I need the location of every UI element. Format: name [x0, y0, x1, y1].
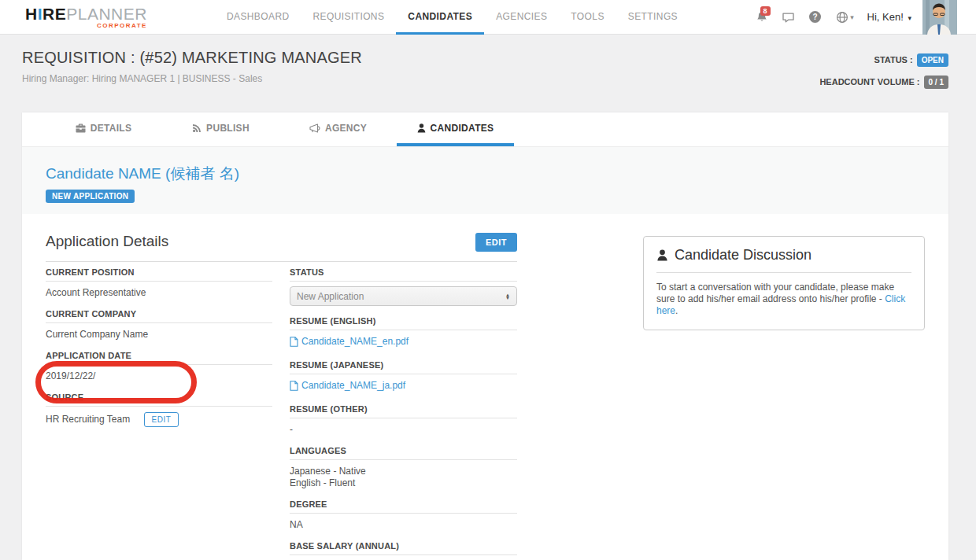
requisition-subtitle: Hiring Manager: Hiring MANAGER 1 | BUSIN…: [22, 73, 362, 84]
new-application-badge: NEW APPLICATION: [46, 190, 135, 203]
nav-item-dashboard[interactable]: DASHBOARD: [215, 0, 301, 35]
nav-item-requisitions[interactable]: REQUISITIONS: [301, 0, 397, 35]
requisition-title-block: REQUISITION : (#52) MARKETING MANAGER Hi…: [22, 49, 362, 112]
pdf-file-icon: [290, 381, 298, 391]
briefcase-icon: [76, 123, 86, 133]
requisition-status-block: STATUS :OPEN HEADCOUNT VOLUME :0 / 1: [819, 49, 948, 112]
application-details-title: Application Details: [46, 233, 168, 250]
field-label: CURRENT COMPANY: [46, 309, 272, 323]
source-field: SOURCE HR Recruiting Team EDIT: [46, 392, 272, 427]
field-label: RESUME (ENGLISH): [290, 316, 517, 330]
user-avatar[interactable]: [922, 0, 957, 35]
base-salary-field: BASE SALARY (ANNUAL) ¥5,000,000: [290, 541, 517, 560]
pdf-file-icon: [290, 337, 298, 347]
current-company-field: CURRENT COMPANY Current Company Name: [46, 309, 272, 341]
resume-english-link[interactable]: Candidate_NAME_en.pdf: [290, 336, 409, 348]
nav-item-tools[interactable]: TOOLS: [559, 0, 616, 35]
edit-source-button[interactable]: EDIT: [144, 412, 179, 427]
tab-candidates[interactable]: CANDIDATES: [397, 112, 514, 146]
resume-other-field: RESUME (OTHER) -: [290, 404, 517, 436]
navbar-right-controls: 8 ? ▾ Hi, Ken! ▾: [754, 0, 976, 35]
megaphone-icon: [309, 123, 320, 133]
resume-english-field: RESUME (ENGLISH) Candidate_NAME_en.pdf: [290, 316, 517, 350]
hireplanner-logo[interactable]: HIREPLANNER CORPORATE: [25, 6, 147, 29]
status-select[interactable]: New Application ▲▼: [290, 286, 517, 306]
logo-corporate-label: CORPORATE: [25, 23, 147, 29]
messages-chat-icon[interactable]: [781, 9, 797, 25]
status-field: STATUS New Application ▲▼: [290, 267, 517, 306]
field-label: RESUME (OTHER): [290, 404, 517, 418]
main-navigation: DASHBOARD REQUISITIONS CANDIDATES AGENCI…: [215, 0, 689, 35]
field-label: SOURCE: [46, 392, 272, 407]
field-label: LANGUAGES: [290, 446, 517, 460]
resume-japanese-field: RESUME (JAPANESE) Candidate_NAME_ja.pdf: [290, 360, 517, 394]
field-label: CURRENT POSITION: [46, 267, 272, 282]
field-value: Account Representative: [46, 282, 272, 299]
rss-icon: [192, 123, 201, 133]
current-position-field: CURRENT POSITION Account Representative: [46, 267, 272, 299]
details-middle-column: STATUS New Application ▲▼ RESUME (ENGLIS…: [290, 267, 517, 560]
requisition-card: DETAILS PUBLISH AGENCY CANDIDATES Candid: [22, 112, 948, 560]
status-line: STATUS :OPEN: [819, 52, 948, 67]
field-value: -: [290, 418, 517, 436]
languages-field: LANGUAGES Japanese - Native English - Fl…: [290, 446, 517, 489]
candidate-discussion-card: Candidate Discussion To start a conversa…: [643, 236, 925, 330]
logo-wordmark: HIREPLANNER: [25, 6, 147, 22]
field-label: APPLICATION DATE: [46, 351, 272, 365]
user-greeting: Hi, Ken!: [867, 11, 904, 23]
field-label: STATUS: [290, 267, 517, 282]
field-value: HR Recruiting Team EDIT: [46, 407, 272, 427]
language-line: English - Fluent: [290, 477, 517, 489]
language-line: Japanese - Native: [290, 466, 517, 477]
edit-application-button[interactable]: EDIT: [475, 233, 517, 252]
top-navbar: HIREPLANNER CORPORATE DASHBOARD REQUISIT…: [0, 0, 976, 35]
requisition-tabs: DETAILS PUBLISH AGENCY CANDIDATES: [22, 112, 948, 147]
tab-publish[interactable]: PUBLISH: [162, 112, 279, 146]
resume-japanese-link[interactable]: Candidate_NAME_ja.pdf: [290, 380, 405, 392]
candidate-header: Candidate NAME (候補者 名) NEW APPLICATION: [22, 147, 948, 214]
person-icon: [656, 249, 668, 261]
candidate-discussion-text: To start a conversation with your candid…: [656, 273, 911, 317]
field-value: Current Company Name: [46, 323, 272, 341]
nav-item-settings[interactable]: SETTINGS: [616, 0, 689, 35]
user-menu[interactable]: Hi, Ken! ▾: [867, 11, 911, 23]
status-badge: OPEN: [917, 53, 948, 67]
field-value: Japanese - Native English - Fluent: [290, 460, 517, 489]
language-globe-icon[interactable]: ▾: [834, 9, 856, 25]
application-details-header: Application Details EDIT: [46, 233, 517, 262]
tab-agency[interactable]: AGENCY: [279, 112, 397, 146]
field-value: ¥5,000,000: [290, 555, 517, 560]
candidate-name-link[interactable]: Candidate NAME (候補者 名): [46, 164, 925, 184]
globe-caret-icon: ▾: [850, 13, 854, 21]
field-label: DEGREE: [290, 499, 517, 514]
nav-item-agencies[interactable]: AGENCIES: [484, 0, 559, 35]
tab-details[interactable]: DETAILS: [45, 112, 162, 146]
requisition-title: REQUISITION : (#52) MARKETING MANAGER: [22, 49, 362, 67]
candidate-discussion-title: Candidate Discussion: [656, 247, 911, 273]
application-details-section: Application Details EDIT CURRENT POSITIO…: [22, 214, 948, 560]
details-left-column: CURRENT POSITION Account Representative …: [46, 267, 272, 437]
headcount-label: HEADCOUNT VOLUME :: [819, 77, 919, 87]
degree-field: DEGREE NA: [290, 499, 517, 531]
requisition-header: REQUISITION : (#52) MARKETING MANAGER Hi…: [0, 35, 976, 112]
headcount-line: HEADCOUNT VOLUME :0 / 1: [819, 74, 948, 89]
field-value: 2019/12/22/: [46, 365, 272, 382]
field-label: RESUME (JAPANESE): [290, 360, 517, 374]
person-icon: [417, 123, 426, 133]
select-caret-icon: ▲▼: [505, 293, 510, 300]
notification-count-badge: 8: [760, 6, 771, 17]
status-label: STATUS :: [874, 55, 913, 64]
application-date-field: APPLICATION DATE 2019/12/22/: [46, 351, 272, 382]
field-value: NA: [290, 514, 517, 531]
nav-item-candidates[interactable]: CANDIDATES: [396, 0, 484, 35]
user-menu-caret-icon: ▾: [908, 14, 911, 22]
field-label: BASE SALARY (ANNUAL): [290, 541, 517, 555]
help-icon[interactable]: ?: [808, 9, 823, 25]
notifications-bell-icon[interactable]: 8: [754, 9, 770, 25]
headcount-badge: 0 / 1: [924, 76, 948, 89]
